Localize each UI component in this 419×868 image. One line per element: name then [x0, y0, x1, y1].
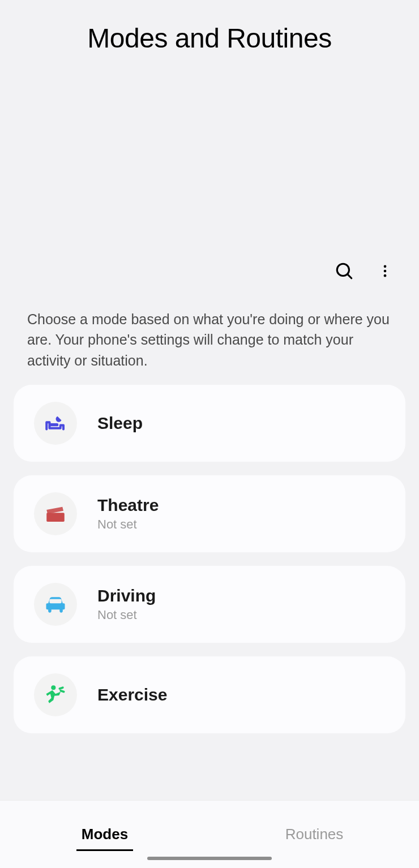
- theatre-icon: [34, 492, 77, 535]
- svg-point-2: [384, 265, 387, 268]
- svg-point-3: [384, 269, 387, 272]
- svg-point-8: [51, 685, 55, 690]
- mode-item-driving[interactable]: Driving Not set: [14, 566, 405, 643]
- mode-list: Sleep Theatre Not set Driving Not set: [14, 385, 405, 733]
- car-icon: [34, 583, 77, 626]
- search-icon: [335, 261, 354, 282]
- sleep-icon: [34, 402, 77, 445]
- toolbar: [333, 260, 396, 283]
- mode-item-label: Sleep: [97, 414, 143, 433]
- svg-point-4: [384, 274, 387, 277]
- svg-rect-5: [50, 423, 59, 426]
- search-button[interactable]: [333, 260, 356, 283]
- svg-rect-7: [49, 599, 61, 603]
- mode-item-label: Theatre: [97, 496, 159, 515]
- mode-item-sub: Not set: [97, 608, 156, 622]
- mode-item-exercise[interactable]: Exercise: [14, 656, 405, 733]
- exercise-icon: [34, 673, 77, 716]
- description-text: Choose a mode based on what you're doing…: [27, 309, 392, 371]
- more-vertical-icon: [377, 263, 393, 281]
- mode-item-theatre[interactable]: Theatre Not set: [14, 475, 405, 552]
- mode-item-label: Driving: [97, 586, 156, 605]
- tab-label: Routines: [285, 826, 344, 843]
- mode-item-label: Exercise: [97, 685, 167, 704]
- svg-line-1: [348, 274, 352, 278]
- tab-label: Modes: [82, 826, 128, 843]
- mode-item-sub: Not set: [97, 517, 159, 532]
- home-indicator[interactable]: [147, 857, 272, 860]
- page-title: Modes and Routines: [0, 0, 419, 54]
- svg-rect-6: [46, 513, 65, 522]
- mode-item-sleep[interactable]: Sleep: [14, 385, 405, 462]
- more-options-button[interactable]: [374, 260, 396, 283]
